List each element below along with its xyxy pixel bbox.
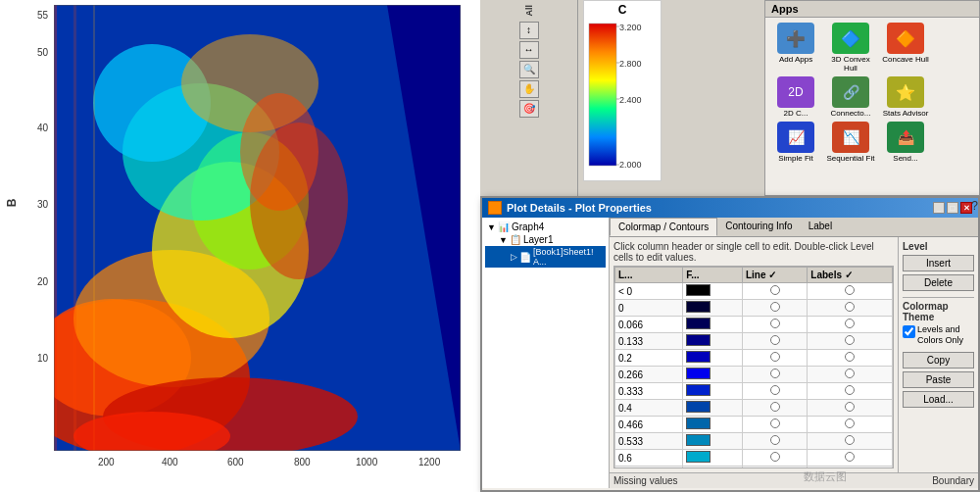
load-button[interactable]: Load... [903,391,974,408]
labels-radio[interactable] [845,369,855,378]
toolbar-btn-4[interactable]: ✋ [519,80,539,98]
delete-button[interactable]: Delete [903,274,974,291]
app-2d[interactable]: 2D 2D C... [770,76,821,118]
tab-contouring-info[interactable]: Contouring Info [717,218,800,236]
app-stats-advisor[interactable]: ⭐ Stats Advisor [880,76,931,118]
line-radio[interactable] [770,285,780,295]
level-cell[interactable]: 0.666 [615,467,683,469]
labels-radio[interactable] [845,452,855,462]
color-cell[interactable] [683,283,743,300]
labels-radio[interactable] [845,402,855,412]
app-send[interactable]: 📤 Send... [880,122,931,163]
paste-button[interactable]: Paste [903,371,974,388]
labels-cell[interactable] [808,450,893,467]
color-cell[interactable] [683,300,743,317]
line-cell[interactable] [742,383,807,400]
labels-cell[interactable] [808,300,893,317]
col-header-labels[interactable]: Labels ✓ [808,268,893,283]
toolbar-btn-2[interactable]: ↔ [519,41,539,59]
labels-radio[interactable] [845,335,855,345]
app-concave-hull[interactable]: 🔶 Concave Hull [880,23,931,73]
color-cell[interactable] [683,450,743,467]
table-row[interactable]: 0.333 [615,383,893,400]
labels-cell[interactable] [808,400,893,417]
table-row[interactable]: 0 [615,300,893,317]
labels-cell[interactable] [808,350,893,367]
app-simple-fit[interactable]: 📈 Simple Fit [770,122,821,163]
line-radio[interactable] [770,452,780,462]
line-radio[interactable] [770,335,780,345]
line-cell[interactable] [742,467,807,469]
col-header-line[interactable]: Line ✓ [742,268,807,283]
level-cell[interactable]: 0.266 [615,367,683,383]
app-connecto[interactable]: 🔗 Connecto... [825,76,876,118]
line-cell[interactable] [742,333,807,350]
table-row[interactable]: 0.533 [615,433,893,450]
line-cell[interactable] [742,367,807,383]
labels-cell[interactable] [808,467,893,469]
labels-cell[interactable] [808,367,893,383]
line-cell[interactable] [742,350,807,367]
toolbar-btn-5[interactable]: 🎯 [519,100,539,118]
dialog-minimize-btn[interactable]: _ [933,202,945,214]
color-cell[interactable] [683,433,743,450]
line-cell[interactable] [742,300,807,317]
col-header-level[interactable]: L... [615,268,683,283]
line-radio[interactable] [770,402,780,412]
line-radio[interactable] [770,319,780,328]
line-cell[interactable] [742,433,807,450]
level-cell[interactable]: 0.466 [615,417,683,433]
labels-cell[interactable] [808,433,893,450]
color-cell[interactable] [683,317,743,333]
labels-radio[interactable] [845,285,855,295]
labels-radio[interactable] [845,385,855,395]
color-cell[interactable] [683,417,743,433]
color-cell[interactable] [683,333,743,350]
tree-item-sheet1[interactable]: ▷ 📄 [Book1]Sheet1! A... [485,246,606,268]
line-radio[interactable] [770,302,780,312]
labels-radio[interactable] [845,352,855,362]
level-cell[interactable]: 0.333 [615,383,683,400]
colormap-table-container[interactable]: L... F... Line ✓ Labels ✓ < 0 0 [613,266,894,468]
col-header-fill[interactable]: F... [683,268,743,283]
color-cell[interactable] [683,350,743,367]
copy-button[interactable]: Copy [903,352,974,369]
tree-item-graph4[interactable]: ▼ 📊 Graph4 [485,221,606,233]
dialog-maximize-btn[interactable]: □ [947,202,958,214]
table-row[interactable]: 0.266 [615,367,893,383]
level-cell[interactable]: 0.533 [615,433,683,450]
app-sequential-fit[interactable]: 📉 Sequential Fit [825,122,876,163]
levels-colors-checkbox[interactable] [903,325,915,338]
dialog-close-btn[interactable]: ✕ [960,202,972,214]
table-row[interactable]: 0.4 [615,400,893,417]
question-mark-btn[interactable]: ? [971,199,978,213]
tab-colormap[interactable]: Colormap / Contours [610,218,717,236]
level-cell[interactable]: 0.133 [615,333,683,350]
table-row[interactable]: 0.066 [615,317,893,333]
line-cell[interactable] [742,450,807,467]
table-row[interactable]: 0.666 [615,467,893,469]
level-cell[interactable]: 0.4 [615,400,683,417]
table-row[interactable]: 0.6 [615,450,893,467]
line-radio[interactable] [770,385,780,395]
table-row[interactable]: 0.466 [615,417,893,433]
tree-item-layer1[interactable]: ▼ 📋 Layer1 [485,233,606,246]
level-cell[interactable]: 0.2 [615,350,683,367]
level-cell[interactable]: 0 [615,300,683,317]
line-cell[interactable] [742,417,807,433]
toolbar-btn-1[interactable]: ↕ [519,22,539,39]
table-row[interactable]: 0.2 [615,350,893,367]
line-cell[interactable] [742,400,807,417]
tab-label[interactable]: Label [801,218,840,236]
level-cell[interactable]: < 0 [615,283,683,300]
labels-radio[interactable] [845,319,855,328]
line-cell[interactable] [742,317,807,333]
labels-radio[interactable] [845,435,855,445]
labels-cell[interactable] [808,317,893,333]
color-cell[interactable] [683,383,743,400]
insert-button[interactable]: Insert [903,255,974,271]
color-cell[interactable] [683,367,743,383]
labels-cell[interactable] [808,283,893,300]
app-add-apps[interactable]: ➕ Add Apps [770,23,821,73]
table-row[interactable]: 0.133 [615,333,893,350]
